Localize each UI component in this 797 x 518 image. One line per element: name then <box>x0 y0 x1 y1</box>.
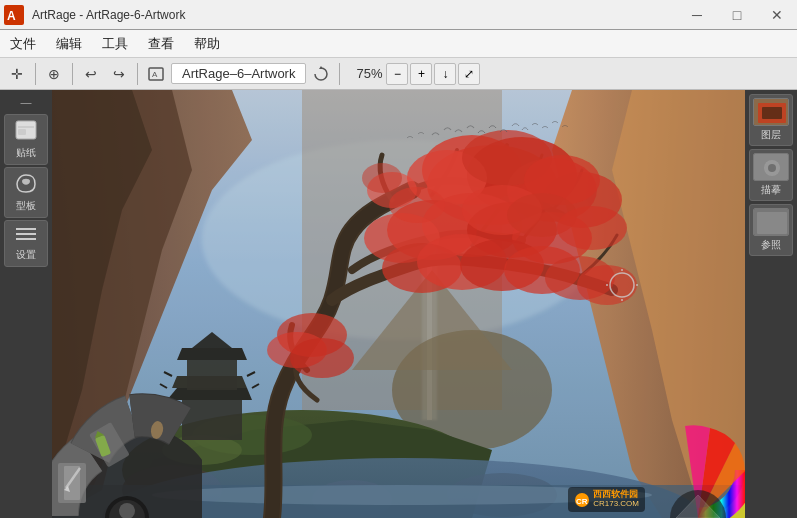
reference-thumbnail <box>753 208 789 236</box>
tracer-thumbnail <box>753 153 789 181</box>
title-bar: A ArtRage - ArtRage-6-Artwork ─ □ ✕ <box>0 0 797 30</box>
svg-rect-102 <box>757 212 787 234</box>
canvas-area[interactable]: CR 西西软件园 CR173.COM <box>52 90 745 518</box>
toolbar: ✛ ⊕ ↩ ↪ A ArtRage–6–Artwork 75% − + ↓ ⤢ <box>0 58 797 90</box>
tracer-button[interactable]: 描摹 <box>749 149 793 201</box>
redo-button[interactable]: ↪ <box>106 61 132 87</box>
toolbar-filename: ArtRage–6–Artwork <box>171 63 306 84</box>
settings-label: 设置 <box>16 248 36 262</box>
menu-tools[interactable]: 工具 <box>92 30 138 57</box>
menu-bar: 文件 编辑 工具 查看 帮助 <box>0 30 797 58</box>
zoom-plus-button[interactable]: + <box>410 63 432 85</box>
toolbar-separator-4 <box>339 63 340 85</box>
tracer-label: 描摹 <box>761 183 781 197</box>
stencil-label: 型板 <box>16 199 36 213</box>
reference-button[interactable]: 参照 <box>749 204 793 256</box>
menu-view[interactable]: 查看 <box>138 30 184 57</box>
stencil-icon <box>14 172 38 197</box>
layers-button[interactable]: 图层 <box>749 94 793 146</box>
watermark-text-block: 西西软件园 CR173.COM <box>593 490 639 509</box>
sticker-icon <box>14 119 38 144</box>
layers-label: 图层 <box>761 128 781 142</box>
maximize-button[interactable]: □ <box>717 0 757 29</box>
brush-wheel[interactable] <box>52 368 202 518</box>
color-wheel-panel[interactable] <box>650 423 745 518</box>
svg-text:A: A <box>7 9 16 23</box>
zoom-percent-label: 75% <box>347 66 382 81</box>
toolbar-separator-3 <box>137 63 138 85</box>
move-tool-button[interactable]: ✛ <box>4 61 30 87</box>
svg-point-100 <box>768 164 776 172</box>
zoom-download-button[interactable]: ↓ <box>434 63 456 85</box>
straighten-button[interactable]: ⊕ <box>41 61 67 87</box>
sticker-label: 贴纸 <box>16 146 36 160</box>
minimize-button[interactable]: ─ <box>677 0 717 29</box>
watermark-url: CR173.COM <box>593 500 639 509</box>
toolbar-separator-2 <box>72 63 73 85</box>
title-text: ArtRage - ArtRage-6-Artwork <box>28 8 677 22</box>
right-toolbar: 图层 描摹 参照 <box>745 90 797 518</box>
left-toolbar: — 贴纸 型板 <box>0 90 52 518</box>
toolbar-separator-1 <box>35 63 36 85</box>
svg-text:A: A <box>152 70 158 79</box>
menu-file[interactable]: 文件 <box>0 30 46 57</box>
sticker-tool-button[interactable]: 贴纸 <box>4 114 48 165</box>
menu-help[interactable]: 帮助 <box>184 30 230 57</box>
menu-edit[interactable]: 编辑 <box>46 30 92 57</box>
scroll-indicator-top: — <box>14 94 38 110</box>
window-controls: ─ □ ✕ <box>677 0 797 29</box>
svg-rect-97 <box>762 107 782 119</box>
reference-label: 参照 <box>761 238 781 252</box>
close-button[interactable]: ✕ <box>757 0 797 29</box>
app-icon: A <box>4 5 24 25</box>
undo-button[interactable]: ↩ <box>78 61 104 87</box>
import-button[interactable]: A <box>143 61 169 87</box>
svg-text:CR: CR <box>576 497 588 506</box>
zoom-minus-button[interactable]: − <box>386 63 408 85</box>
rotate-canvas-button[interactable] <box>308 61 334 87</box>
settings-tool-button[interactable]: 设置 <box>4 220 48 267</box>
layers-thumbnail <box>753 98 789 126</box>
zoom-fit-button[interactable]: ⤢ <box>458 63 480 85</box>
watermark-logo-icon: CR <box>574 492 590 508</box>
stencil-tool-button[interactable]: 型板 <box>4 167 48 218</box>
watermark: CR 西西软件园 CR173.COM <box>568 487 645 512</box>
settings-icon <box>14 225 38 246</box>
main-area: — 贴纸 型板 <box>0 90 797 518</box>
svg-rect-7 <box>18 129 26 135</box>
